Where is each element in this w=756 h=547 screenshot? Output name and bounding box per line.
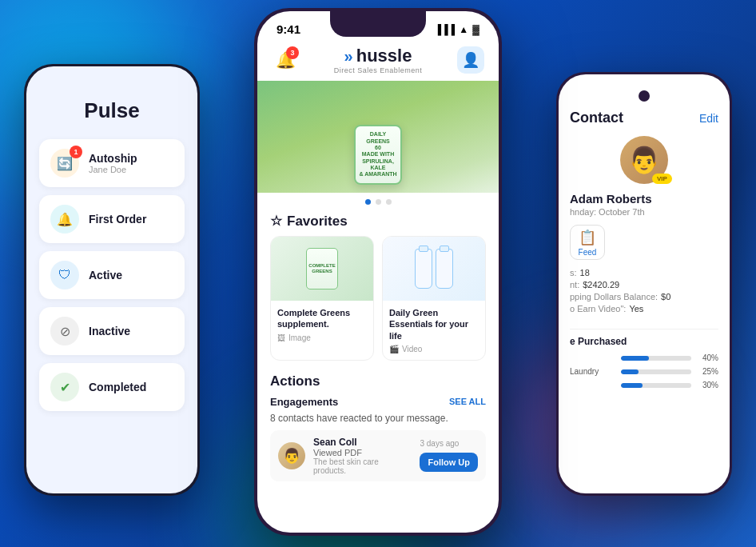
- mini-bottle-1: [415, 249, 432, 289]
- dot-3[interactable]: [386, 199, 392, 205]
- feed-icon: 📋: [579, 229, 596, 246]
- fav-type-icon-1: 🎬: [389, 345, 399, 353]
- notification-bell[interactable]: 🔔 3: [272, 46, 299, 74]
- feed-button[interactable]: 📋 Feed: [570, 225, 605, 260]
- eng-avatar-emoji: 👨: [283, 447, 300, 465]
- fav-type-label-1: Video: [402, 345, 422, 353]
- active-icon: 🛡: [58, 268, 71, 282]
- eng-action: Viewed PDF: [313, 448, 412, 457]
- app-header: 🔔 3 » hussle Direct Sales Enablement 👤: [257, 41, 499, 81]
- contact-title: Contact: [570, 110, 623, 126]
- active-label: Active: [89, 269, 122, 281]
- prog-label-1: Laundry: [570, 367, 616, 376]
- contact-avatar-wrap: 👨 VIP: [570, 136, 718, 184]
- fav-type-1: 🎬 Video: [389, 345, 479, 353]
- fav-img-complete-greens: COMPLETE GREENS: [271, 237, 373, 301]
- prog-bar-wrap-0: [621, 356, 691, 361]
- favorites-title: Favorites: [287, 214, 348, 230]
- center-phone: 9:41 ▐▐▐ ▲ ▓ 🔔 3 » hussle Direct Sales E…: [254, 8, 502, 536]
- mini-bottles: [415, 249, 453, 289]
- dot-2[interactable]: [376, 199, 381, 205]
- actions-section: Actions Engagements SEE ALL 8 contacts h…: [257, 369, 499, 486]
- inactive-icon: ⊘: [60, 324, 70, 339]
- stat-value-0: 18: [580, 268, 590, 277]
- inactive-icon-wrap: ⊘: [50, 317, 79, 345]
- contact-stats: s: 18 nt: $2420.29 pping Dollars Balance…: [570, 268, 718, 316]
- fav-type-0: 🖼 Image: [277, 333, 367, 342]
- actions-title: Actions: [270, 373, 486, 389]
- stat-row-0: s: 18: [570, 268, 718, 277]
- pulse-item-autoship[interactable]: 🔄 1 Autoship Jane Doe: [39, 139, 185, 187]
- fav-type-icon-0: 🖼: [277, 333, 285, 342]
- stat-label-3: o Earn Video":: [570, 304, 626, 313]
- hero-product: DAILY GREENS 60 MADE WITH SPIRULINA, KAL…: [354, 125, 402, 185]
- stat-value-3: Yes: [629, 304, 643, 313]
- eng-content: Sean Coll Viewed PDF The best skin care …: [313, 437, 412, 475]
- contact-date: hnday: October 7th: [570, 207, 718, 217]
- completed-label: Completed: [89, 381, 146, 393]
- mini-bottle-2: [436, 249, 453, 289]
- edit-button[interactable]: Edit: [699, 112, 718, 125]
- notch: [330, 11, 426, 37]
- favorites-heading: ☆ Favorites: [257, 208, 499, 236]
- active-icon-wrap: 🛡: [50, 261, 79, 289]
- pulse-item-active[interactable]: 🛡 Active: [39, 251, 185, 299]
- app-tagline: Direct Sales Enablement: [334, 66, 423, 74]
- stat-row-2: pping Dollars Balance: $0: [570, 292, 718, 301]
- divider: [570, 329, 718, 329]
- see-all-button[interactable]: SEE ALL: [449, 397, 486, 406]
- eng-name: Sean Coll: [313, 437, 412, 448]
- follow-up-button[interactable]: Follow Up: [420, 453, 478, 472]
- fav-card-daily-greens[interactable]: Daily Green Essentials for your life 🎬 V…: [382, 236, 486, 361]
- autoship-sub: Jane Doe: [89, 165, 137, 174]
- product-line3: 60: [375, 145, 381, 151]
- favorites-star-icon: ☆: [270, 213, 282, 230]
- purchased-title: e Purchased: [570, 336, 718, 347]
- engagement-item: 👨 Sean Coll Viewed PDF The best skin car…: [270, 430, 486, 481]
- status-time: 9:41: [277, 22, 300, 36]
- hero-banner: DAILY GREENS 60 MADE WITH SPIRULINA, KAL…: [257, 81, 499, 193]
- stat-row-3: o Earn Video": Yes: [570, 304, 718, 313]
- pulse-title: Pulse: [39, 98, 185, 123]
- hero-product-can: DAILY GREENS 60 MADE WITH SPIRULINA, KAL…: [354, 125, 402, 185]
- vip-badge: VIP: [652, 174, 672, 184]
- app-logo: » hussle Direct Sales Enablement: [334, 46, 423, 74]
- status-icons: ▐▐▐ ▲ ▓: [435, 24, 479, 35]
- fav-img-daily-greens: [383, 237, 485, 301]
- carousel-dots: [257, 193, 499, 208]
- stat-value-2: $0: [661, 292, 670, 301]
- fav-card-complete-greens[interactable]: COMPLETE GREENS Complete Greens suppleme…: [270, 236, 374, 361]
- prog-bar-wrap-1: [621, 369, 691, 374]
- prog-bar-0: [621, 356, 649, 361]
- feed-label: Feed: [579, 248, 597, 257]
- product-line2: GREENS: [366, 138, 390, 145]
- pulse-item-first-order[interactable]: 🔔 First Order: [39, 195, 185, 243]
- pulse-item-inactive[interactable]: ⊘ Inactive: [39, 307, 185, 355]
- favorites-scroll: COMPLETE GREENS Complete Greens suppleme…: [257, 236, 499, 369]
- autoship-icon-wrap: 🔄 1: [50, 149, 79, 178]
- wifi-icon: ▲: [459, 24, 468, 35]
- contact-name: Adam Roberts: [570, 192, 718, 206]
- eng-avatar: 👨: [278, 442, 305, 469]
- engagement-msg: 8 contacts have reacted to your message.: [270, 413, 486, 424]
- notification-badge: 3: [286, 46, 299, 59]
- autoship-badge: 1: [70, 146, 82, 158]
- logo-arrow-icon: »: [344, 47, 353, 66]
- pulse-item-completed[interactable]: ✔ Completed: [39, 363, 185, 411]
- prog-row-1: Laundry 25%: [570, 367, 718, 376]
- logo-brand: » hussle: [344, 46, 412, 66]
- header-avatar[interactable]: 👤: [457, 46, 484, 74]
- dot-1[interactable]: [365, 199, 371, 205]
- first-order-icon-wrap: 🔔: [50, 205, 79, 234]
- eng-time: 3 days ago: [420, 439, 459, 448]
- prog-pct-2: 30%: [696, 381, 718, 389]
- prog-row-0: 40%: [570, 353, 718, 362]
- engagements-label: Engagements: [270, 396, 338, 408]
- stat-row-1: nt: $2420.29: [570, 280, 718, 289]
- product-line1: DAILY: [370, 131, 386, 138]
- prog-bar-wrap-2: [621, 383, 691, 388]
- engagements-header: Engagements SEE ALL: [270, 396, 486, 408]
- avatar-person-icon: 👨: [628, 145, 660, 175]
- fav-name-1: Daily Green Essentials for your life: [389, 307, 479, 341]
- prog-pct-1: 25%: [696, 367, 718, 376]
